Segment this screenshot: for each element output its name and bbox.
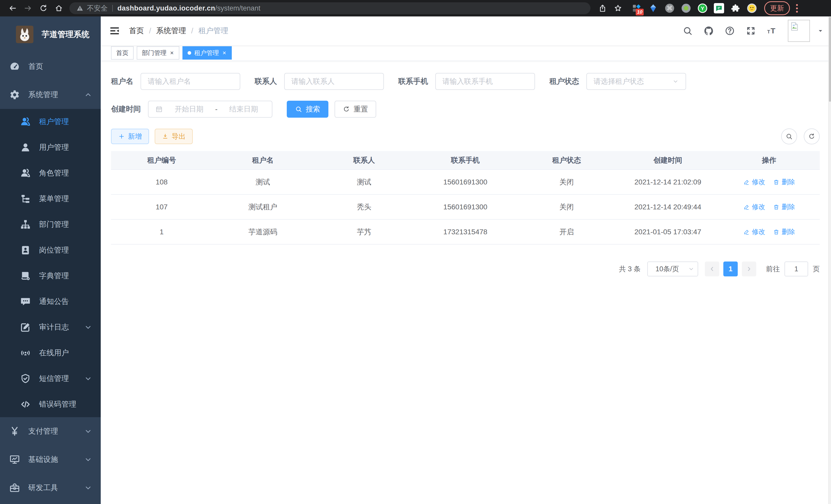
browser-home-icon[interactable] <box>52 1 66 15</box>
sidebar-item-notice[interactable]: 通知公告 <box>0 289 101 315</box>
sidebar-item-label: 菜单管理 <box>39 194 69 204</box>
browser-menu-icon[interactable] <box>796 4 798 12</box>
next-page-button[interactable] <box>742 262 756 276</box>
tenant-name-input[interactable]: 请输入租户名 <box>141 73 240 90</box>
cell-created: 2021-12-14 20:49:44 <box>617 195 718 219</box>
prev-page-button[interactable] <box>705 262 719 276</box>
edit-label: 修改 <box>752 202 765 211</box>
sidebar-item-tenant[interactable]: 租户管理 <box>0 109 101 135</box>
sidebar-item-devtools[interactable]: 研发工具 <box>0 474 101 502</box>
edit-row-button[interactable]: 修改 <box>743 202 765 211</box>
reset-button[interactable]: 重置 <box>335 101 376 118</box>
app-title: 芋道管理系统 <box>41 29 89 40</box>
refresh-table-button[interactable] <box>804 128 820 144</box>
bookmark-star-icon[interactable] <box>611 1 625 15</box>
window-scrollbar[interactable] <box>828 17 831 504</box>
navbar-actions: TT <box>683 20 824 42</box>
mobile-input[interactable]: 请输入联系手机 <box>435 73 535 90</box>
sidebar-item-dict[interactable]: 字典管理 <box>0 263 101 289</box>
tag-view-home[interactable]: 首页 <box>111 46 134 60</box>
tag-view-2[interactable]: 租户管理× <box>182 46 232 60</box>
column-header: 创建时间 <box>617 151 718 170</box>
sidebar-item-system[interactable]: 系统管理 <box>0 81 101 109</box>
chevron-down-icon <box>84 455 92 464</box>
cell-status: 开启 <box>516 219 617 244</box>
fullscreen-icon[interactable] <box>746 26 756 36</box>
cell-status: 关闭 <box>516 170 617 195</box>
browser-back-icon[interactable] <box>6 1 20 15</box>
sidebar-item-menu[interactable]: 菜单管理 <box>0 186 101 212</box>
yen-icon <box>9 425 21 437</box>
sidebar-item-dept[interactable]: 部门管理 <box>0 212 101 237</box>
github-icon[interactable] <box>704 26 714 36</box>
extension-kite-icon[interactable] <box>648 3 658 13</box>
sidebar-item-home[interactable]: 首页 <box>0 52 101 81</box>
extensions-puzzle-icon[interactable] <box>730 3 741 13</box>
sidebar-item-pay[interactable]: 支付管理 <box>0 417 101 445</box>
sidebar-item-errcode[interactable]: 错误码管理 <box>0 391 101 417</box>
page-unit-label: 页 <box>813 264 820 274</box>
goto-page-input[interactable]: 1 <box>784 262 808 276</box>
delete-row-button[interactable]: 删除 <box>773 202 795 211</box>
chevron-down-icon <box>84 323 92 332</box>
status-label: 租户状态 <box>549 76 579 87</box>
add-button[interactable]: 新增 <box>111 129 149 144</box>
sidebar-item-label: 错误码管理 <box>39 399 76 410</box>
sidebar-item-audit[interactable]: 审计日志 <box>0 315 101 340</box>
avatar-caret-down-icon[interactable] <box>817 28 824 34</box>
share-icon[interactable] <box>596 1 609 15</box>
cell-contact: 测试 <box>314 170 415 195</box>
profile-avatar[interactable] <box>747 3 757 13</box>
sidebar-item-post[interactable]: 岗位管理 <box>0 237 101 263</box>
delete-row-button[interactable]: 删除 <box>773 178 795 186</box>
sidebar-item-sms[interactable]: 短信管理 <box>0 366 101 391</box>
sidebar-item-label: 在线用户 <box>39 348 69 358</box>
chrome-update-button[interactable]: 更新 <box>764 1 790 15</box>
address-bar[interactable]: 不安全 dashboard.yudao.iocoder.cn/system/te… <box>69 2 591 14</box>
toggle-search-button[interactable] <box>781 128 797 144</box>
browser-forward-icon[interactable] <box>21 1 35 15</box>
top-navbar: 首页/系统管理/租户管理 TT <box>101 17 831 45</box>
status-select[interactable]: 请选择租户状态 <box>586 73 686 90</box>
edit-row-button[interactable]: 修改 <box>743 227 765 236</box>
end-date-placeholder: 结束日期 <box>222 104 265 114</box>
extension-grid-icon[interactable]: 10 <box>632 3 642 13</box>
page-size-value: 10条/页 <box>656 264 679 274</box>
tag-close-icon[interactable]: × <box>170 49 174 57</box>
edit-row-button[interactable]: 修改 <box>743 178 765 186</box>
search-button[interactable]: 搜索 <box>287 101 328 118</box>
toolbox-icon <box>9 482 21 494</box>
sidebar-item-online[interactable]: 在线用户 <box>0 340 101 366</box>
scrollbar-thumb[interactable] <box>829 17 831 102</box>
chevron-up-icon <box>84 90 92 99</box>
header-search-icon[interactable] <box>683 26 693 36</box>
table-toolbar: 新增 导出 <box>111 128 820 144</box>
security-label: 不安全 <box>87 4 108 13</box>
page-number-1[interactable]: 1 <box>723 262 738 276</box>
breadcrumb-item[interactable]: 系统管理 <box>156 26 186 36</box>
tag-close-icon[interactable]: × <box>222 49 227 57</box>
font-size-icon[interactable]: TT <box>767 26 777 36</box>
date-range-input[interactable]: 开始日期 - 结束日期 <box>148 101 273 118</box>
browser-reload-icon[interactable] <box>36 1 50 15</box>
page-size-select[interactable]: 10条/页 <box>647 262 698 276</box>
help-icon[interactable] <box>725 26 735 36</box>
extension-green-dot-icon[interactable] <box>681 3 691 13</box>
sidebar-item-user[interactable]: 用户管理 <box>0 135 101 160</box>
sidebar-logo[interactable]: 芋道管理系统 <box>0 17 101 52</box>
user-avatar[interactable] <box>788 20 810 42</box>
column-header: 租户状态 <box>516 151 617 170</box>
hamburger-icon[interactable] <box>109 25 120 36</box>
delete-row-button[interactable]: 删除 <box>773 227 795 236</box>
export-button[interactable]: 导出 <box>155 129 193 144</box>
tag-view-1[interactable]: 部门管理× <box>137 46 179 60</box>
sidebar-item-infra[interactable]: 基础设施 <box>0 445 101 474</box>
filter-contact: 联系人 请输入联系人 <box>255 73 384 90</box>
extension-command-icon[interactable]: ⌘ <box>664 3 675 13</box>
extension-chat-icon[interactable] <box>714 3 724 13</box>
sidebar-item-role[interactable]: 角色管理 <box>0 160 101 186</box>
breadcrumb-item[interactable]: 首页 <box>129 26 144 36</box>
contact-input[interactable]: 请输入联系人 <box>284 73 384 90</box>
tags-view-bar: 首页部门管理×租户管理× <box>101 45 831 61</box>
extension-y-icon[interactable]: Y <box>697 3 708 13</box>
